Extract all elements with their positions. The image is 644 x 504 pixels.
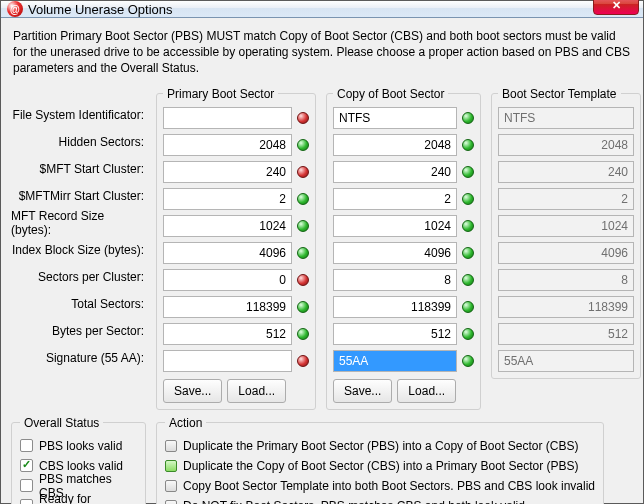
- tpl-mftmirr-input: [498, 188, 634, 210]
- cbs-spc-status-icon: [462, 274, 474, 286]
- cbs-bps-status-icon: [462, 328, 474, 340]
- cbs-load-button[interactable]: Load...: [397, 379, 456, 403]
- tpl-fsid-input: [498, 107, 634, 129]
- pbs-recsize-input[interactable]: [163, 215, 292, 237]
- tpl-column: Boot Sector Template: [491, 87, 641, 410]
- window: @ Volume Unerase Options ✕ Partition Pri…: [0, 0, 644, 504]
- label-sig: Signature (55 AA):: [11, 347, 146, 369]
- label-hidden: Hidden Sectors:: [11, 131, 146, 153]
- tpl-total-input: [498, 296, 634, 318]
- pbs-mft-status-icon: [297, 166, 309, 178]
- label-mft: $MFT Start Cluster:: [11, 158, 146, 180]
- cbs-hidden-input[interactable]: [333, 134, 457, 156]
- tpl-recsize-input: [498, 215, 634, 237]
- action-a4[interactable]: Do NOT fix Boot Sectors. PBS matches CBS…: [165, 496, 595, 504]
- pbs-fsid-status-icon: [297, 112, 309, 124]
- action-legend: Action: [165, 416, 206, 430]
- cbs-mftmirr-input[interactable]: [333, 188, 457, 210]
- pbs-load-button[interactable]: Load...: [227, 379, 286, 403]
- label-spc: Sectors per Cluster:: [11, 266, 146, 288]
- action-a2[interactable]: Duplicate the Copy of Boot Sector (CBS) …: [165, 456, 595, 476]
- pbs-mft-input[interactable]: [163, 161, 292, 183]
- cbs-total-input[interactable]: [333, 296, 457, 318]
- cbs-sig-status-icon: [462, 355, 474, 367]
- checkbox-icon: [20, 499, 33, 504]
- tpl-bps-input: [498, 323, 634, 345]
- pbs-save-button[interactable]: Save...: [163, 379, 222, 403]
- row-labels: File System Identificator: Hidden Sector…: [11, 87, 146, 410]
- tpl-idxblk-input: [498, 242, 634, 264]
- tpl-mft-input: [498, 161, 634, 183]
- cbs-fsid-status-icon: [462, 112, 474, 124]
- titlebar: @ Volume Unerase Options ✕: [1, 1, 643, 18]
- checkbox-icon: [20, 479, 33, 492]
- tpl-hidden-input: [498, 134, 634, 156]
- pbs-fieldset: Primary Boot Sector Save...: [156, 87, 316, 410]
- cbs-bps-input[interactable]: [333, 323, 457, 345]
- pbs-idxblk-status-icon: [297, 247, 309, 259]
- action-fieldset: Action Duplicate the Primary Boot Sector…: [156, 416, 604, 504]
- tpl-fieldset: Boot Sector Template: [491, 87, 641, 379]
- cbs-spc-input[interactable]: [333, 269, 457, 291]
- tpl-spc-input: [498, 269, 634, 291]
- label-fsid: File System Identificator:: [11, 104, 146, 126]
- pbs-mftmirr-status-icon: [297, 193, 309, 205]
- window-title: Volume Unerase Options: [28, 2, 593, 17]
- pbs-total-status-icon: [297, 301, 309, 313]
- pbs-sig-input[interactable]: [163, 350, 292, 372]
- label-bps: Bytes per Sector:: [11, 320, 146, 342]
- radio-icon: [165, 480, 177, 492]
- close-icon: ✕: [612, 0, 621, 12]
- app-icon: @: [7, 1, 23, 17]
- intro-text: Partition Primary Boot Sector (PBS) MUST…: [11, 26, 633, 81]
- cbs-fsid-input[interactable]: [333, 107, 457, 129]
- pbs-bps-status-icon: [297, 328, 309, 340]
- action-a3[interactable]: Copy Boot Sector Template into both Boot…: [165, 476, 595, 496]
- cbs-column: Copy of Boot Sector Save...: [326, 87, 481, 410]
- checkbox-icon: [20, 439, 33, 452]
- cbs-mft-status-icon: [462, 166, 474, 178]
- action-a1[interactable]: Duplicate the Primary Boot Sector (PBS) …: [165, 436, 595, 456]
- cbs-hidden-status-icon: [462, 139, 474, 151]
- pbs-idxblk-input[interactable]: [163, 242, 292, 264]
- pbs-hidden-status-icon: [297, 139, 309, 151]
- label-idxblk: Index Block Size (bytes):: [11, 239, 146, 261]
- radio-icon: [165, 500, 177, 504]
- cbs-legend: Copy of Boot Sector: [333, 87, 448, 101]
- close-button[interactable]: ✕: [593, 0, 639, 15]
- cbs-save-button[interactable]: Save...: [333, 379, 392, 403]
- cbs-sig-input[interactable]: [333, 350, 457, 372]
- label-total: Total Sectors:: [11, 293, 146, 315]
- cbs-idxblk-input[interactable]: [333, 242, 457, 264]
- lower-row: Overall Status PBS looks valid CBS looks…: [11, 416, 633, 504]
- label-recsize: MFT Record Size (bytes):: [11, 212, 146, 234]
- cbs-fieldset: Copy of Boot Sector Save...: [326, 87, 481, 410]
- cbs-mftmirr-status-icon: [462, 193, 474, 205]
- body: Partition Primary Boot Sector (PBS) MUST…: [1, 18, 643, 504]
- cbs-recsize-status-icon: [462, 220, 474, 232]
- tpl-sig-input: [498, 350, 634, 372]
- pbs-column: Primary Boot Sector Save...: [156, 87, 316, 410]
- pbs-bps-input[interactable]: [163, 323, 292, 345]
- label-mftmirr: $MFTMirr Start Cluster:: [11, 185, 146, 207]
- checkbox-icon: [20, 459, 33, 472]
- pbs-hidden-input[interactable]: [163, 134, 292, 156]
- boot-sector-grid: File System Identificator: Hidden Sector…: [11, 87, 633, 410]
- pbs-spc-input[interactable]: [163, 269, 292, 291]
- radio-icon: [165, 440, 177, 452]
- pbs-mftmirr-input[interactable]: [163, 188, 292, 210]
- pbs-sig-status-icon: [297, 355, 309, 367]
- pbs-spc-status-icon: [297, 274, 309, 286]
- overall-legend: Overall Status: [20, 416, 103, 430]
- cbs-total-status-icon: [462, 301, 474, 313]
- pbs-fsid-input[interactable]: [163, 107, 292, 129]
- cbs-mft-input[interactable]: [333, 161, 457, 183]
- tpl-legend: Boot Sector Template: [498, 87, 621, 101]
- radio-icon: [165, 460, 177, 472]
- pbs-recsize-status-icon: [297, 220, 309, 232]
- overall-pbs-valid: PBS looks valid: [20, 436, 137, 456]
- overall-status-fieldset: Overall Status PBS looks valid CBS looks…: [11, 416, 146, 504]
- overall-ready: Ready for Unerase: [20, 496, 137, 504]
- pbs-total-input[interactable]: [163, 296, 292, 318]
- cbs-recsize-input[interactable]: [333, 215, 457, 237]
